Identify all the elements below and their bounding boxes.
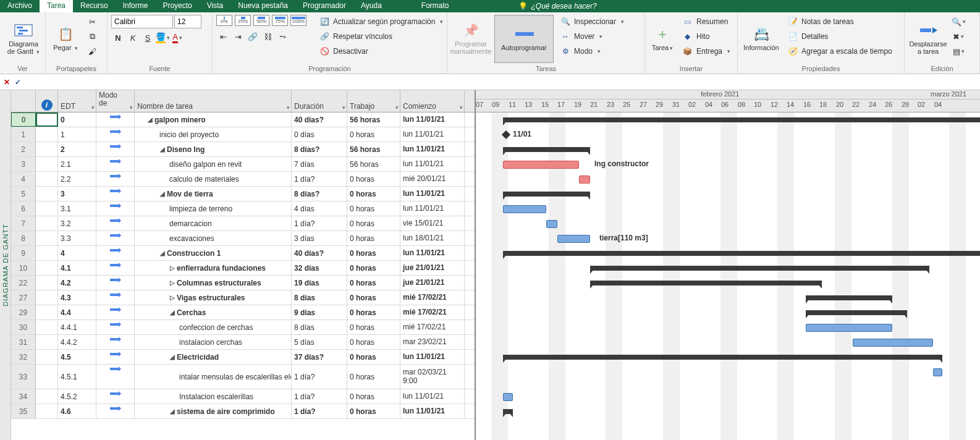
table-row[interactable]: 334.5.1intalar mensulas de escalerillas … [11,365,475,389]
table-row[interactable]: 83.3excavaciones3 días0 horaslun 18/01/2… [11,231,475,246]
start-cell[interactable]: lun 11/01/21 [400,187,465,201]
table-row[interactable]: 73.2demarcacion1 día?0 horasvie 15/01/21 [11,216,475,231]
duration-cell[interactable]: 40 días? [292,112,347,127]
mode-cell[interactable] [96,216,135,231]
duration-cell[interactable]: 40 días? [292,246,347,260]
edt-cell[interactable]: 1 [58,127,96,142]
summary-bar[interactable] [503,147,590,152]
start-cell[interactable]: lun 11/01/21 [400,389,465,404]
percent-75%[interactable]: 75% [272,15,288,26]
header-edt[interactable]: EDT▾ [58,90,96,112]
edt-cell[interactable]: 2.1 [58,157,96,171]
update-schedule-button[interactable]: 🔄Actualizar según programación▾ [316,15,446,28]
duration-cell[interactable]: 8 días? [292,142,347,156]
menu-tab-tarea[interactable]: Tarea [40,0,73,12]
row-number[interactable]: 5 [11,187,36,201]
duration-cell[interactable]: 8 días [292,290,347,305]
summary-bar[interactable] [590,281,822,286]
percent-50%[interactable]: 50% [253,15,269,26]
mode-cell[interactable] [96,335,135,349]
start-cell[interactable]: mié 17/02/21 [400,290,465,305]
percent-100%[interactable]: 100% [290,15,306,26]
tell-me-search[interactable]: 💡 ¿Qué desea hacer? [512,0,603,12]
work-cell[interactable]: 0 horas [347,276,400,290]
duration-cell[interactable]: 9 días [292,305,347,319]
table-row[interactable]: 22◢Diseno Ing8 días?56 horaslun 11/01/21 [11,142,475,157]
duration-cell[interactable]: 0 días [292,127,347,142]
schedule-manual-button[interactable]: 📌 Programar manualmente [451,15,491,63]
task-bar[interactable] [579,176,590,184]
summary-bar[interactable] [503,117,980,122]
duration-cell[interactable]: 8 días [292,320,347,334]
row-number[interactable]: 29 [11,305,36,319]
mode-cell[interactable] [96,350,135,364]
duration-cell[interactable]: 1 día? [292,172,347,186]
table-row[interactable]: 94◢Construccion 140 días?0 horaslun 11/0… [11,246,475,261]
mode-cell[interactable] [96,201,135,216]
menu-tab-archivo[interactable]: Archivo [0,0,40,12]
summary-button[interactable]: ▭Resumen [680,15,733,28]
split-task-button[interactable]: ⤳ [276,30,289,43]
clear-button[interactable]: ✖▾ [952,30,965,43]
underline-button[interactable]: S [141,31,154,44]
edt-cell[interactable]: 4.5.1 [58,365,96,389]
task-name-cell[interactable]: ◢Mov de tierra [135,187,292,201]
duration-cell[interactable]: 1 día? [292,365,347,389]
mode-cell[interactable] [96,172,135,186]
task-name-cell[interactable]: ▷Columnas estructurales [135,276,292,290]
edt-cell[interactable]: 4.5.2 [58,389,96,404]
table-row[interactable]: 104.1▷enfierradura fundaciones32 días0 h… [11,261,475,276]
summary-bar[interactable] [590,266,929,271]
menu-formato[interactable]: Formato [414,0,457,12]
font-size-select[interactable] [174,15,201,28]
edt-cell[interactable]: 3.2 [58,216,96,231]
row-number[interactable]: 0 [11,112,36,127]
edt-cell[interactable]: 3.3 [58,231,96,245]
task-bar[interactable] [853,339,933,347]
table-row[interactable]: 63.1limpieza de terreno4 días0 horaslun … [11,201,475,216]
table-row[interactable]: 304.4.1confeccion de cerchas8 días0 hora… [11,320,475,335]
respect-links-button[interactable]: 🔗Respetar vínculos [316,30,446,43]
mode-cell[interactable] [96,276,135,290]
table-row[interactable]: 294.4◢Cerchas9 días0 horasmié 17/02/21 [11,305,475,320]
work-cell[interactable]: 0 horas [347,320,400,334]
summary-bar[interactable] [503,355,942,360]
move-button[interactable]: ↔Mover▾ [557,30,627,43]
info-cell[interactable] [36,335,58,349]
duration-cell[interactable]: 8 días? [292,187,347,201]
table-row[interactable]: 324.5◢Electricidad37 días?0 horaslun 11/… [11,350,475,365]
duration-cell[interactable]: 19 días [292,276,347,290]
entry-input[interactable] [26,78,976,87]
mode-cell[interactable] [96,187,135,201]
menu-tab-informe[interactable]: Informe [116,0,156,12]
menu-tab-nueva pestaña[interactable]: Nueva pestaña [230,0,295,12]
start-cell[interactable]: jue 21/01/21 [400,261,465,275]
task-name-cell[interactable]: diseño galpon en revit [135,157,292,171]
gantt-chart[interactable]: febrero 2021marzo 2021 07091113151719212… [476,90,980,440]
info-cell[interactable] [36,365,58,389]
table-row[interactable]: 00◢galpon minero40 días?56 horaslun 11/0… [11,112,475,127]
info-cell[interactable] [36,127,58,142]
italic-button[interactable]: K [126,31,140,44]
row-number[interactable]: 34 [11,389,36,404]
work-cell[interactable]: 0 horas [347,261,400,275]
edt-cell[interactable]: 4.6 [58,404,96,418]
header-duration[interactable]: Duración▾ [292,90,347,112]
accept-entry-icon[interactable]: ✓ [15,78,21,87]
work-cell[interactable]: 56 horas [347,142,400,156]
info-cell[interactable] [36,246,58,260]
row-number[interactable]: 27 [11,290,36,305]
work-cell[interactable]: 0 horas [347,231,400,245]
duration-cell[interactable]: 37 días? [292,350,347,364]
fill-color-button[interactable]: 🪣▾ [156,31,169,44]
task-bar[interactable] [503,161,579,169]
table-row[interactable]: 11inicio del proyecto0 días0 horaslun 11… [11,127,475,142]
add-to-timeline-button[interactable]: 🧭Agregar a escala de tiempo [785,44,895,58]
unlink-button[interactable]: ⛓ [261,30,274,43]
info-cell[interactable] [36,350,58,364]
deliverable-button[interactable]: 📦Entrega▾ [680,44,733,58]
header-name[interactable]: Nombre de tarea▾ [135,90,292,112]
work-cell[interactable]: 56 horas [347,112,400,127]
info-cell[interactable] [36,404,58,418]
work-cell[interactable]: 0 horas [347,127,400,142]
